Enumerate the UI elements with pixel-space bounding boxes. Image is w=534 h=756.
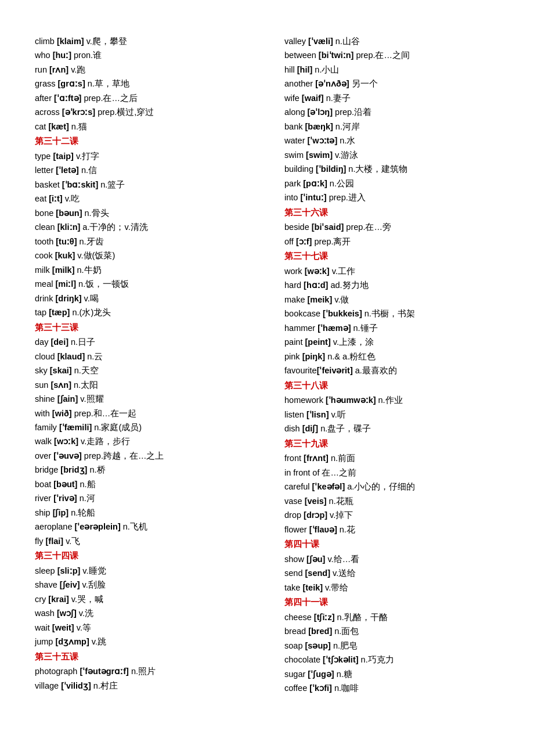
vocabulary-entry: meal [miːl] n.饭，一顿饭 [35,278,250,290]
vocabulary-entry: tooth [tuːθ] n.牙齿 [35,235,250,248]
vocabulary-entry: coffee [ˈkɔfi] n.咖啡 [284,682,499,694]
vocabulary-entry: listen [ˈlisn] v.听 [284,408,499,421]
vocabulary-entry: letter [ˈletə] n.信 [35,164,250,177]
vocabulary-entry: hill [hil] n.小山 [284,63,499,76]
vocabulary-entry: soap [səup] n.肥皂 [284,639,499,652]
vocabulary-entry: jump [dʒʌmp] v.跳 [35,635,250,648]
vocabulary-entry: sky [skai] n.天空 [35,364,250,377]
vocabulary-entry: water [ˈwɔːtə] n.水 [284,134,499,147]
section-heading: 第四十课 [284,537,499,552]
vocabulary-entry: make [meik] v.做 [284,293,499,306]
vocabulary-entry: basket [ˈbɑːskit] n.篮子 [35,178,250,191]
vocabulary-entry: sugar [ˈʃugə] n.糖 [284,668,499,681]
main-content: climb [klaim] v.爬，攀登who [huː] pron.谁run … [35,35,499,695]
vocabulary-entry: river [ˈrivə] n.河 [35,492,250,505]
section-heading: 第三十七课 [284,249,499,264]
vocabulary-entry: into [ˈintuː] prep.进入 [284,191,499,204]
section-heading: 第三十六课 [284,206,499,220]
vocabulary-entry: tap [tæp] n.(水)龙头 [35,306,250,319]
vocabulary-entry: swim [swim] v.游泳 [284,149,499,161]
vocabulary-entry: beside [biˈsaid] prep.在…旁 [284,221,499,233]
vocabulary-entry: clean [kliːn] a.干净的；v.清洗 [35,221,250,233]
vocabulary-entry: building [ˈbildiŋ] n.大楼，建筑物 [284,163,499,175]
vocabulary-entry: cry [krai] v.哭，喊 [35,593,250,606]
section-heading: 第三十二课 [35,134,250,149]
vocabulary-entry: drop [drɔp] v.掉下 [284,509,499,521]
vocabulary-entry: bread [bred] n.面包 [284,625,499,638]
vocabulary-entry: over [ˈəuvə] prep.跨越，在…之上 [35,449,250,462]
vocabulary-entry: across [əˈkrɔːs] prep.横过,穿过 [35,106,250,118]
vocabulary-entry: cheese [tʃiːz] n.乳酪，干酪 [284,611,499,624]
vocabulary-entry: along [əˈlɔŋ] prep.沿着 [284,106,499,118]
vocabulary-entry: wash [wɔʃ] v.洗 [35,607,250,620]
vocabulary-entry: bone [bəun] n.骨头 [35,207,250,219]
vocabulary-entry: bookcase [ˈbukkeis] n.书橱，书架 [284,307,499,320]
vocabulary-entry: sun [sʌn] n.太阳 [35,379,250,391]
vocabulary-entry: send [send] v.送给 [284,567,499,579]
vocabulary-entry: favourite[ˈfeivərit] a.最喜欢的 [284,364,499,377]
vocabulary-entry: flower [ˈflaυə] n.花 [284,523,499,536]
vocabulary-entry: fly [flai] v.飞 [35,535,250,548]
vocabulary-entry: village [ˈvilidʒ] n.村庄 [35,679,250,692]
section-heading: 第三十三课 [35,321,250,335]
vocabulary-entry: bridge [bridʒ] n.桥 [35,463,250,476]
vocabulary-entry: park [pɑːk] n.公园 [284,177,499,190]
section-heading: 第三十九课 [284,437,499,451]
vocabulary-entry: homework [ˈhəumwəːk] n.作业 [284,394,499,406]
vocabulary-entry: wife [waif] n.妻子 [284,92,499,105]
vocabulary-entry: drink [driŋk] v.喝 [35,292,250,305]
section-heading: 第三十五课 [35,650,250,664]
vocabulary-entry: vase [veis] n.花瓶 [284,495,499,507]
vocabulary-entry: hard [hɑːd] ad.努力地 [284,279,499,291]
vocabulary-entry: pink [piŋk] n.& a.粉红色 [284,350,499,363]
vocabulary-entry: in front of 在…之前 [284,466,499,479]
vocabulary-entry: after [ˈɑːftə] prep.在…之后 [35,92,250,105]
section-heading: 第三十四课 [35,549,250,563]
vocabulary-entry: grass [grɑːs] n.草，草地 [35,77,250,90]
vocabulary-entry: take [teik] v.带给 [284,581,499,594]
vocabulary-entry: aeroplane [ˈeərəplein] n.飞机 [35,520,250,533]
vocabulary-entry: with [wið] prep.和…在一起 [35,407,250,420]
vocabulary-entry: who [huː] pron.谁 [35,49,250,62]
vocabulary-entry: day [dei] n.日子 [35,336,250,348]
vocabulary-entry: shine [ʃain] v.照耀 [35,393,250,405]
vocabulary-entry: boat [bəut] n.船 [35,478,250,491]
vocabulary-entry: paint [peint] v.上漆，涂 [284,336,499,348]
vocabulary-entry: cat [kæt] n.猫 [35,120,250,133]
vocabulary-entry: run [rʌn] v.跑 [35,63,250,76]
section-heading: 第三十八课 [284,379,499,393]
vocabulary-entry: dish [diʃ] n.盘子，碟子 [284,422,499,435]
vocabulary-entry: milk [milk] n.牛奶 [35,264,250,276]
vocabulary-entry: photograph [ˈfəutəgrɑːf] n.照片 [35,665,250,678]
vocabulary-entry: valley [ˈvæli] n.山谷 [284,35,499,48]
vocabulary-entry: between [biˈtwiːn] prep.在…之间 [284,49,499,62]
vocabulary-entry: ship [ʃip] n.轮船 [35,506,250,519]
vocabulary-entry: chocolate [ˈtʃɔkəlit] n.巧克力 [284,653,499,666]
vocabulary-entry: bank [bæŋk] n.河岸 [284,120,499,133]
vocabulary-entry: work [wəːk] v.工作 [284,265,499,278]
vocabulary-entry: another [əˈnʌðə] 另一个 [284,77,499,90]
vocabulary-entry: sleep [sliːp] v.睡觉 [35,564,250,577]
left-column: climb [klaim] v.爬，攀登who [huː] pron.谁run … [35,35,267,695]
vocabulary-entry: careful [ˈkeəfəl] a.小心的，仔细的 [284,480,499,493]
vocabulary-entry: walk [wɔːk] v.走路，步行 [35,435,250,448]
vocabulary-entry: climb [klaim] v.爬，攀登 [35,35,250,48]
vocabulary-entry: family [ˈfæmili] n.家庭(成员) [35,421,250,434]
section-heading: 第四十一课 [284,595,499,610]
vocabulary-entry: off [ɔːf] prep.离开 [284,235,499,248]
vocabulary-entry: show [ʃəu] v.给…看 [284,553,499,566]
vocabulary-entry: front [frʌnt] n.前面 [284,452,499,465]
vocabulary-entry: cook [kuk] v.做(饭菜) [35,249,250,262]
vocabulary-entry: eat [iːt] v.吃 [35,192,250,205]
right-column: valley [ˈvæli] n.山谷between [biˈtwiːn] pr… [267,35,499,695]
vocabulary-entry: cloud [klaud] n.云 [35,350,250,363]
vocabulary-entry: shave [ʃeiv] v.刮脸 [35,578,250,591]
vocabulary-entry: wait [weit] v.等 [35,621,250,634]
vocabulary-entry: type [taip] v.打字 [35,150,250,163]
vocabulary-entry: hammer [ˈhæmə] n.锤子 [284,322,499,334]
